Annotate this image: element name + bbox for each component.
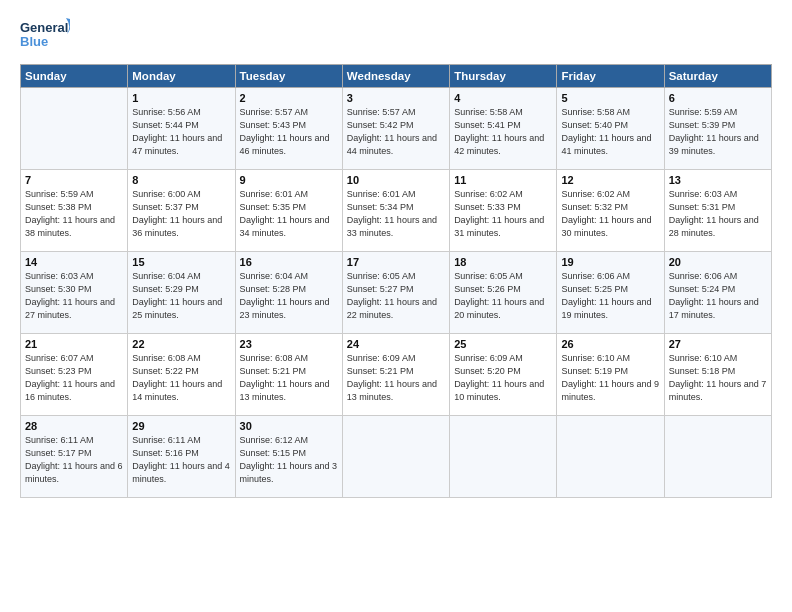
logo: General Blue — [20, 16, 70, 56]
week-row-3: 14Sunrise: 6:03 AMSunset: 5:30 PMDayligh… — [21, 252, 772, 334]
day-number: 29 — [132, 420, 230, 432]
day-number: 11 — [454, 174, 552, 186]
col-header-sunday: Sunday — [21, 65, 128, 88]
calendar-cell: 3Sunrise: 5:57 AMSunset: 5:42 PMDaylight… — [342, 88, 449, 170]
calendar-cell: 7Sunrise: 5:59 AMSunset: 5:38 PMDaylight… — [21, 170, 128, 252]
day-number: 26 — [561, 338, 659, 350]
day-number: 25 — [454, 338, 552, 350]
day-number: 4 — [454, 92, 552, 104]
calendar-cell: 27Sunrise: 6:10 AMSunset: 5:18 PMDayligh… — [664, 334, 771, 416]
day-number: 20 — [669, 256, 767, 268]
day-number: 21 — [25, 338, 123, 350]
cell-info: Sunrise: 6:03 AMSunset: 5:30 PMDaylight:… — [25, 270, 123, 322]
day-number: 18 — [454, 256, 552, 268]
calendar-cell: 9Sunrise: 6:01 AMSunset: 5:35 PMDaylight… — [235, 170, 342, 252]
calendar-cell: 11Sunrise: 6:02 AMSunset: 5:33 PMDayligh… — [450, 170, 557, 252]
day-number: 1 — [132, 92, 230, 104]
calendar-cell: 16Sunrise: 6:04 AMSunset: 5:28 PMDayligh… — [235, 252, 342, 334]
cell-info: Sunrise: 5:58 AMSunset: 5:40 PMDaylight:… — [561, 106, 659, 158]
calendar-cell — [21, 88, 128, 170]
day-number: 2 — [240, 92, 338, 104]
day-number: 8 — [132, 174, 230, 186]
header-row: SundayMondayTuesdayWednesdayThursdayFrid… — [21, 65, 772, 88]
calendar-cell: 12Sunrise: 6:02 AMSunset: 5:32 PMDayligh… — [557, 170, 664, 252]
col-header-monday: Monday — [128, 65, 235, 88]
cell-info: Sunrise: 5:57 AMSunset: 5:43 PMDaylight:… — [240, 106, 338, 158]
day-number: 12 — [561, 174, 659, 186]
cell-info: Sunrise: 6:00 AMSunset: 5:37 PMDaylight:… — [132, 188, 230, 240]
page: General Blue SundayMondayTuesdayWednesda… — [0, 0, 792, 612]
week-row-5: 28Sunrise: 6:11 AMSunset: 5:17 PMDayligh… — [21, 416, 772, 498]
calendar-cell: 6Sunrise: 5:59 AMSunset: 5:39 PMDaylight… — [664, 88, 771, 170]
cell-info: Sunrise: 6:06 AMSunset: 5:25 PMDaylight:… — [561, 270, 659, 322]
cell-info: Sunrise: 6:06 AMSunset: 5:24 PMDaylight:… — [669, 270, 767, 322]
day-number: 7 — [25, 174, 123, 186]
calendar-cell: 29Sunrise: 6:11 AMSunset: 5:16 PMDayligh… — [128, 416, 235, 498]
calendar-cell: 24Sunrise: 6:09 AMSunset: 5:21 PMDayligh… — [342, 334, 449, 416]
calendar-cell — [450, 416, 557, 498]
cell-info: Sunrise: 6:05 AMSunset: 5:26 PMDaylight:… — [454, 270, 552, 322]
week-row-2: 7Sunrise: 5:59 AMSunset: 5:38 PMDaylight… — [21, 170, 772, 252]
calendar-cell — [664, 416, 771, 498]
calendar-cell — [557, 416, 664, 498]
cell-info: Sunrise: 5:57 AMSunset: 5:42 PMDaylight:… — [347, 106, 445, 158]
week-row-4: 21Sunrise: 6:07 AMSunset: 5:23 PMDayligh… — [21, 334, 772, 416]
cell-info: Sunrise: 6:02 AMSunset: 5:33 PMDaylight:… — [454, 188, 552, 240]
calendar-cell: 21Sunrise: 6:07 AMSunset: 5:23 PMDayligh… — [21, 334, 128, 416]
calendar-cell: 23Sunrise: 6:08 AMSunset: 5:21 PMDayligh… — [235, 334, 342, 416]
col-header-saturday: Saturday — [664, 65, 771, 88]
day-number: 28 — [25, 420, 123, 432]
week-row-1: 1Sunrise: 5:56 AMSunset: 5:44 PMDaylight… — [21, 88, 772, 170]
cell-info: Sunrise: 5:59 AMSunset: 5:39 PMDaylight:… — [669, 106, 767, 158]
cell-info: Sunrise: 6:05 AMSunset: 5:27 PMDaylight:… — [347, 270, 445, 322]
calendar-cell: 20Sunrise: 6:06 AMSunset: 5:24 PMDayligh… — [664, 252, 771, 334]
cell-info: Sunrise: 6:03 AMSunset: 5:31 PMDaylight:… — [669, 188, 767, 240]
cell-info: Sunrise: 6:10 AMSunset: 5:19 PMDaylight:… — [561, 352, 659, 404]
cell-info: Sunrise: 6:12 AMSunset: 5:15 PMDaylight:… — [240, 434, 338, 486]
calendar-table: SundayMondayTuesdayWednesdayThursdayFrid… — [20, 64, 772, 498]
day-number: 5 — [561, 92, 659, 104]
calendar-cell: 8Sunrise: 6:00 AMSunset: 5:37 PMDaylight… — [128, 170, 235, 252]
calendar-cell: 14Sunrise: 6:03 AMSunset: 5:30 PMDayligh… — [21, 252, 128, 334]
day-number: 22 — [132, 338, 230, 350]
day-number: 6 — [669, 92, 767, 104]
calendar-cell: 25Sunrise: 6:09 AMSunset: 5:20 PMDayligh… — [450, 334, 557, 416]
cell-info: Sunrise: 6:08 AMSunset: 5:21 PMDaylight:… — [240, 352, 338, 404]
calendar-cell: 1Sunrise: 5:56 AMSunset: 5:44 PMDaylight… — [128, 88, 235, 170]
cell-info: Sunrise: 6:08 AMSunset: 5:22 PMDaylight:… — [132, 352, 230, 404]
calendar-cell: 10Sunrise: 6:01 AMSunset: 5:34 PMDayligh… — [342, 170, 449, 252]
calendar-cell: 4Sunrise: 5:58 AMSunset: 5:41 PMDaylight… — [450, 88, 557, 170]
calendar-cell: 30Sunrise: 6:12 AMSunset: 5:15 PMDayligh… — [235, 416, 342, 498]
logo-icon: General Blue — [20, 16, 70, 52]
calendar-cell: 18Sunrise: 6:05 AMSunset: 5:26 PMDayligh… — [450, 252, 557, 334]
cell-info: Sunrise: 5:59 AMSunset: 5:38 PMDaylight:… — [25, 188, 123, 240]
calendar-cell: 15Sunrise: 6:04 AMSunset: 5:29 PMDayligh… — [128, 252, 235, 334]
logo-svg-container: General Blue — [20, 16, 70, 56]
calendar-cell: 28Sunrise: 6:11 AMSunset: 5:17 PMDayligh… — [21, 416, 128, 498]
calendar-cell: 17Sunrise: 6:05 AMSunset: 5:27 PMDayligh… — [342, 252, 449, 334]
day-number: 19 — [561, 256, 659, 268]
day-number: 15 — [132, 256, 230, 268]
col-header-wednesday: Wednesday — [342, 65, 449, 88]
day-number: 3 — [347, 92, 445, 104]
day-number: 17 — [347, 256, 445, 268]
cell-info: Sunrise: 6:04 AMSunset: 5:28 PMDaylight:… — [240, 270, 338, 322]
calendar-cell: 5Sunrise: 5:58 AMSunset: 5:40 PMDaylight… — [557, 88, 664, 170]
day-number: 13 — [669, 174, 767, 186]
col-header-tuesday: Tuesday — [235, 65, 342, 88]
calendar-cell: 2Sunrise: 5:57 AMSunset: 5:43 PMDaylight… — [235, 88, 342, 170]
header: General Blue — [20, 16, 772, 56]
calendar-cell: 22Sunrise: 6:08 AMSunset: 5:22 PMDayligh… — [128, 334, 235, 416]
calendar-cell: 13Sunrise: 6:03 AMSunset: 5:31 PMDayligh… — [664, 170, 771, 252]
cell-info: Sunrise: 6:02 AMSunset: 5:32 PMDaylight:… — [561, 188, 659, 240]
cell-info: Sunrise: 6:11 AMSunset: 5:17 PMDaylight:… — [25, 434, 123, 486]
day-number: 23 — [240, 338, 338, 350]
cell-info: Sunrise: 6:09 AMSunset: 5:21 PMDaylight:… — [347, 352, 445, 404]
cell-info: Sunrise: 5:58 AMSunset: 5:41 PMDaylight:… — [454, 106, 552, 158]
day-number: 9 — [240, 174, 338, 186]
svg-text:General: General — [20, 20, 68, 35]
cell-info: Sunrise: 5:56 AMSunset: 5:44 PMDaylight:… — [132, 106, 230, 158]
calendar-cell: 26Sunrise: 6:10 AMSunset: 5:19 PMDayligh… — [557, 334, 664, 416]
cell-info: Sunrise: 6:09 AMSunset: 5:20 PMDaylight:… — [454, 352, 552, 404]
day-number: 30 — [240, 420, 338, 432]
